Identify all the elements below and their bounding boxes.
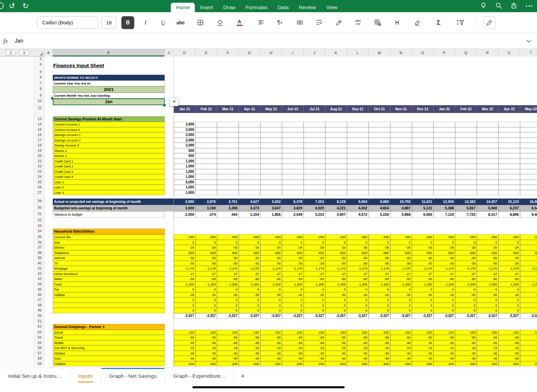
- cell-R27[interactable]: [477, 190, 498, 195]
- cell-I24[interactable]: [282, 174, 304, 180]
- cell-B48[interactable]: [53, 303, 165, 308]
- cell-P54[interactable]: -50: [434, 335, 455, 340]
- merge-cells-button[interactable]: [293, 16, 306, 29]
- cell-P30[interactable]: 5,388: [434, 205, 455, 211]
- cell-R16[interactable]: [477, 132, 498, 138]
- cell-E44[interactable]: -1,200: [195, 282, 217, 287]
- cell-G51[interactable]: [239, 319, 260, 324]
- cell-B14[interactable]: Current Account 1: [53, 122, 165, 127]
- cell-Q31[interactable]: 7,725: [455, 211, 477, 218]
- row-header-42[interactable]: 42: [34, 271, 44, 277]
- cell-S29[interactable]: 15,133: [498, 199, 520, 205]
- column-header-N[interactable]: N: [390, 49, 412, 56]
- column-header-A[interactable]: A: [44, 49, 53, 56]
- cell-T30[interactable]: 6,549: [520, 205, 537, 211]
- cell-P15[interactable]: [434, 127, 455, 133]
- cell-C24[interactable]: [165, 174, 174, 180]
- cell-E37[interactable]: -20: [195, 245, 217, 250]
- select-all-icon[interactable]: [40, 52, 43, 55]
- cell-K34[interactable]: [325, 229, 347, 234]
- cell-M45[interactable]: 0: [369, 287, 390, 292]
- row-header-33[interactable]: 33: [34, 223, 44, 229]
- cell-F10[interactable]: [217, 98, 239, 105]
- cell-E6[interactable]: [195, 75, 217, 80]
- cell-B18[interactable]: Saving Account 3: [53, 143, 165, 148]
- cell-S33[interactable]: [498, 223, 520, 229]
- cell-A20[interactable]: [44, 153, 53, 159]
- cell-M26[interactable]: [369, 185, 390, 190]
- cell-K5[interactable]: [325, 69, 347, 75]
- cell-K58[interactable]: -40: [325, 356, 347, 361]
- ribbon-tab-formulas[interactable]: Formulas: [240, 3, 273, 12]
- cell-C17[interactable]: [165, 138, 174, 143]
- cell-R7[interactable]: [477, 80, 498, 86]
- column-header-R[interactable]: R: [477, 49, 498, 56]
- cell-L56[interactable]: -19: [347, 345, 369, 351]
- cell-G25[interactable]: [239, 180, 260, 185]
- cell-E52[interactable]: [195, 324, 217, 330]
- cell-E18[interactable]: [195, 143, 217, 148]
- cell-G7[interactable]: [239, 80, 260, 86]
- cell-T38[interactable]: -500: [520, 250, 537, 256]
- cell-R29[interactable]: 14,257: [477, 199, 498, 205]
- cell-M55[interactable]: -45: [369, 340, 390, 346]
- cell-D57[interactable]: -30: [174, 351, 195, 356]
- cell-G55[interactable]: -45: [239, 340, 260, 346]
- cell-C[interactable]: [165, 195, 174, 199]
- cell-L18[interactable]: [347, 143, 369, 148]
- cell-T55[interactable]: -45: [520, 340, 537, 346]
- cell-N49[interactable]: 0: [390, 308, 412, 313]
- cell-O27[interactable]: [412, 190, 434, 195]
- row-header-11[interactable]: 11: [34, 105, 44, 113]
- cell-I54[interactable]: -50: [282, 335, 304, 340]
- cell-R34[interactable]: [477, 229, 498, 234]
- cell-G[interactable]: [239, 113, 260, 116]
- cell-M51[interactable]: [369, 319, 390, 324]
- cell-I19[interactable]: [282, 148, 304, 154]
- cell-M31[interactable]: 5,226: [369, 211, 390, 218]
- cell-L13[interactable]: [347, 116, 369, 122]
- cell-D26[interactable]: 1,000: [174, 185, 195, 190]
- cell-K50[interactable]: -3,327: [325, 313, 347, 319]
- row-header-17[interactable]: 17: [34, 138, 44, 143]
- cell-H41[interactable]: -1,170: [260, 266, 282, 271]
- cell-J38[interactable]: -500: [304, 250, 325, 256]
- cell-J58[interactable]: -40: [304, 356, 325, 361]
- cell-A54[interactable]: [44, 335, 53, 340]
- cell-G29[interactable]: 4,627: [239, 199, 260, 205]
- cell-B51[interactable]: [53, 319, 165, 324]
- cell-F14[interactable]: [217, 122, 239, 127]
- cell-G31[interactable]: 1,154: [239, 211, 260, 218]
- cell-H36[interactable]: 0: [260, 240, 282, 245]
- cell-T50[interactable]: -3,327: [520, 313, 537, 319]
- cell-L53[interactable]: -150: [347, 330, 369, 335]
- cell-G[interactable]: [239, 195, 260, 199]
- cell-F33[interactable]: [217, 223, 239, 229]
- cell-J31[interactable]: 3,233: [304, 211, 325, 218]
- cell-C[interactable]: [165, 113, 174, 116]
- row-header-47[interactable]: 47: [34, 297, 44, 303]
- cell-M[interactable]: [369, 195, 390, 199]
- cell-T47[interactable]: 0: [520, 297, 537, 303]
- cell-C13[interactable]: [165, 116, 174, 122]
- cell-S15[interactable]: [498, 127, 520, 133]
- row-header-59[interactable]: 59: [34, 361, 44, 367]
- cell-C42[interactable]: [165, 271, 174, 277]
- cell-I27[interactable]: [282, 190, 304, 195]
- cell-S39[interactable]: -50: [498, 255, 520, 261]
- cell-M49[interactable]: 0: [369, 308, 390, 313]
- cell-H23[interactable]: [260, 169, 282, 175]
- cell-G11[interactable]: Apr 21: [239, 105, 260, 113]
- cell-J23[interactable]: [304, 169, 325, 175]
- cell-Q7[interactable]: [455, 80, 477, 86]
- row-header-54[interactable]: 54: [34, 335, 44, 340]
- cell-S58[interactable]: -40: [498, 356, 520, 361]
- borders-button[interactable]: [194, 16, 207, 29]
- cell-D46[interactable]: -30: [174, 292, 195, 298]
- cell-C23[interactable]: [165, 169, 174, 175]
- more-button[interactable]: [525, 5, 533, 7]
- cell-O41[interactable]: -1,170: [412, 266, 434, 271]
- row-header-14[interactable]: 14: [34, 122, 44, 127]
- cell-H52[interactable]: [260, 324, 282, 330]
- cell-K27[interactable]: [325, 190, 347, 195]
